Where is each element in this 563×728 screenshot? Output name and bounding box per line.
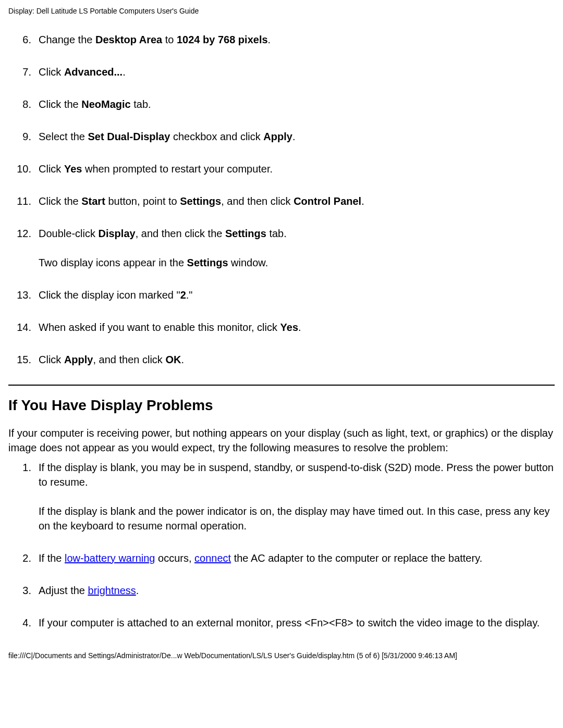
step-content: Click the display icon marked "2." (39, 288, 555, 302)
problem-item: 2.If the low-battery warning occurs, con… (8, 551, 555, 565)
problem-number: 3. (8, 583, 39, 598)
step-number: 7. (8, 65, 39, 79)
problem-content: If your computer is attached to an exter… (39, 615, 555, 630)
step-item: 14.When asked if you want to enable this… (8, 320, 555, 335)
step-item: 11.Click the Start button, point to Sett… (8, 194, 555, 208)
problem-content: Adjust the brightness. (39, 583, 555, 598)
step-text: Click the NeoMagic tab. (39, 97, 555, 112)
step-item: 6.Change the Desktop Area to 1024 by 768… (8, 32, 555, 47)
step-item: 9.Select the Set Dual-Display checkbox a… (8, 129, 555, 144)
problem-item: 4.If your computer is attached to an ext… (8, 615, 555, 630)
step-text: Select the Set Dual-Display checkbox and… (39, 129, 555, 144)
problem-number: 2. (8, 551, 39, 565)
step-text: Click Apply, and then click OK. (39, 352, 555, 367)
step-extra-text: Two display icons appear in the Settings… (39, 255, 555, 270)
step-number: 10. (8, 162, 39, 176)
brightness-link[interactable]: brightness (88, 585, 136, 596)
step-content: Double-click Display, and then click the… (39, 226, 555, 270)
page-footer: file:///C|/Documents and Settings/Admini… (8, 651, 555, 661)
step-number: 11. (8, 194, 39, 208)
step-number: 9. (8, 129, 39, 144)
step-text: Click the display icon marked "2." (39, 288, 555, 302)
step-number: 8. (8, 97, 39, 112)
step-content: Click Yes when prompted to restart your … (39, 162, 555, 176)
step-number: 14. (8, 320, 39, 335)
problem-text: If the display is blank, you may be in s… (39, 460, 555, 489)
step-content: When asked if you want to enable this mo… (39, 320, 555, 335)
step-content: Click the Start button, point to Setting… (39, 194, 555, 208)
problem-extra-text: If the display is blank and the power in… (39, 504, 555, 533)
step-text: Click the Start button, point to Setting… (39, 194, 555, 208)
step-text: When asked if you want to enable this mo… (39, 320, 555, 335)
step-text: Change the Desktop Area to 1024 by 768 p… (39, 32, 555, 47)
step-item: 15.Click Apply, and then click OK. (8, 352, 555, 367)
step-content: Click Advanced.... (39, 65, 555, 79)
problem-text: If your computer is attached to an exter… (39, 615, 555, 630)
problem-number: 1. (8, 460, 39, 533)
problems-list: 1.If the display is blank, you may be in… (8, 460, 555, 630)
problem-item: 1.If the display is blank, you may be in… (8, 460, 555, 533)
step-item: 8.Click the NeoMagic tab. (8, 97, 555, 112)
step-number: 12. (8, 226, 39, 270)
step-item: 10.Click Yes when prompted to restart yo… (8, 162, 555, 176)
problem-text: If the low-battery warning occurs, conne… (39, 551, 555, 565)
section-intro: If your computer is receiving power, but… (8, 426, 555, 455)
instruction-steps-list: 6.Change the Desktop Area to 1024 by 768… (8, 32, 555, 367)
connect-link[interactable]: connect (194, 552, 231, 564)
step-item: 7.Click Advanced.... (8, 65, 555, 79)
step-content: Select the Set Dual-Display checkbox and… (39, 129, 555, 144)
problem-content: If the display is blank, you may be in s… (39, 460, 555, 533)
step-item: 13.Click the display icon marked "2." (8, 288, 555, 302)
step-number: 13. (8, 288, 39, 302)
step-text: Click Advanced.... (39, 65, 555, 79)
step-content: Change the Desktop Area to 1024 by 768 p… (39, 32, 555, 47)
problem-content: If the low-battery warning occurs, conne… (39, 551, 555, 565)
step-content: Click Apply, and then click OK. (39, 352, 555, 367)
page-header: Display: Dell Latitude LS Portable Compu… (8, 6, 555, 17)
step-content: Click the NeoMagic tab. (39, 97, 555, 112)
step-item: 12.Double-click Display, and then click … (8, 226, 555, 270)
problem-number: 4. (8, 615, 39, 630)
step-number: 15. (8, 352, 39, 367)
problem-item: 3.Adjust the brightness. (8, 583, 555, 598)
section-divider (8, 385, 555, 386)
low-battery-warning-link[interactable]: low-battery warning (65, 552, 155, 564)
step-text: Double-click Display, and then click the… (39, 226, 555, 241)
problem-text: Adjust the brightness. (39, 583, 555, 598)
step-text: Click Yes when prompted to restart your … (39, 162, 555, 176)
section-heading: If You Have Display Problems (8, 395, 555, 415)
step-number: 6. (8, 32, 39, 47)
